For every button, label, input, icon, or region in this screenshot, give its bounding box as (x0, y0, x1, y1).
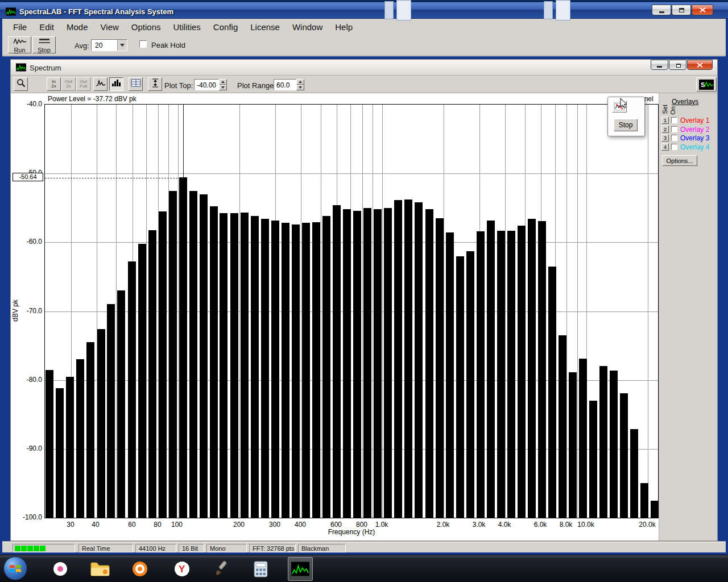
menu-item-mode[interactable]: Mode (60, 22, 94, 32)
x-tick-label: 20.0k (635, 521, 660, 529)
spectrum-chart[interactable] (44, 104, 659, 518)
spectrum-titlebar[interactable]: Spectrum (11, 60, 717, 76)
background-window-fragment (384, 1, 394, 19)
menu-item-edit[interactable]: Edit (33, 22, 60, 32)
taskbar-app-yandex-browser[interactable]: Y (169, 557, 195, 581)
overlay-options-button[interactable]: Options... (662, 155, 697, 166)
taskbar-app-spectralab[interactable] (288, 557, 313, 581)
overlay-2-checkbox[interactable] (671, 126, 677, 132)
spin-up-icon[interactable] (296, 79, 304, 85)
chevron-down-icon[interactable] (117, 40, 127, 51)
spectrum-close-button[interactable] (687, 60, 713, 70)
taskbar-app-messenger[interactable] (48, 557, 73, 581)
overlay-set-2-button[interactable]: 2 (661, 126, 669, 133)
spin-down-icon[interactable] (296, 85, 304, 90)
avg-label: Avg: (75, 41, 89, 50)
taskbar-app-calculator[interactable] (248, 557, 273, 581)
spectrum-minimize-button[interactable] (651, 60, 668, 70)
spectrum-bar (322, 216, 330, 518)
y-tick-label: -100.0 (16, 513, 42, 521)
level-meter-block (15, 546, 20, 551)
spin-down-icon[interactable] (219, 85, 227, 90)
spectrum-bar (477, 231, 485, 518)
close-button[interactable] (692, 5, 713, 15)
data-table-button[interactable] (129, 77, 143, 91)
overlay-set-3-button[interactable]: 3 (661, 134, 669, 142)
spectralab-logo-button[interactable]: S (696, 77, 717, 92)
taskbar-app-image-editor[interactable] (209, 557, 234, 581)
minimize-button[interactable] (652, 5, 671, 15)
menu-item-options[interactable]: Options (125, 22, 167, 32)
status-sample-rate: 44100 Hz (135, 544, 176, 552)
overlay-1-label: Overlay 1 (680, 117, 709, 124)
stop-button[interactable]: Stop (32, 36, 56, 53)
spin-up-icon[interactable] (219, 79, 227, 85)
spectralab-taskbar-icon (291, 561, 309, 577)
stop-label: Stop (38, 47, 51, 53)
run-button[interactable]: Run (8, 36, 31, 53)
spectrum-bar (630, 429, 638, 518)
peak-hold-checkbox[interactable] (139, 40, 147, 48)
maximize-button[interactable] (672, 5, 691, 15)
spectrum-bar (117, 290, 125, 518)
spectrum-restore-button[interactable] (669, 60, 686, 70)
spectrum-bar (76, 359, 84, 518)
zoom-out-full-label: OutFull (80, 80, 87, 89)
spectrum-bar (148, 230, 156, 518)
overlays-set-header: Set (661, 105, 668, 114)
background-window-fragment (396, 0, 411, 20)
power-level-readout: Power Level = -37.72 dBV pk (48, 95, 136, 103)
spectrum-bar (251, 216, 259, 518)
overlay-4-checkbox[interactable] (671, 144, 677, 150)
spectrum-bar (497, 231, 505, 518)
overlay-set-1-button[interactable]: 1 (661, 117, 669, 124)
plot-top-input[interactable]: -40.00 (194, 79, 219, 90)
taskbar-app-mediaplayer[interactable] (127, 557, 152, 581)
menu-item-view[interactable]: View (94, 22, 125, 32)
overlay-row-4: 4Overlay 4 (661, 143, 716, 152)
menu-item-window[interactable]: Window (286, 22, 329, 32)
plot-range-input[interactable]: 60.0 (274, 79, 296, 90)
zoom-out-full-button[interactable]: OutFull (76, 77, 90, 91)
menu-item-utilities[interactable]: Utilities (167, 22, 207, 32)
background-window-fragment (544, 1, 553, 19)
plot-range-spinner[interactable] (296, 79, 304, 90)
spectrum-bar (46, 370, 53, 518)
start-button[interactable] (3, 556, 27, 580)
menu-item-file[interactable]: File (7, 22, 33, 32)
spectrum-bar (589, 401, 597, 518)
titlebar[interactable]: SpectraLAB - FFT Spectral Analysis Syste… (0, 0, 728, 19)
overlay-set-4-button[interactable]: 4 (661, 143, 669, 151)
spectrum-bar (86, 342, 94, 518)
autoscale-vertical-button[interactable] (148, 77, 162, 91)
windows-flag-icon (9, 563, 22, 574)
overlay-3-checkbox[interactable] (671, 135, 677, 141)
x-tick-label: 600 (324, 521, 349, 529)
x-tick-label: 60 (119, 521, 144, 529)
calculator-icon (254, 561, 268, 577)
overlay-3-label: Overlay 3 (680, 134, 709, 142)
zoom-tool-button[interactable] (14, 77, 28, 91)
line-display-button[interactable] (93, 77, 107, 91)
plot-top-spinner[interactable] (219, 79, 227, 90)
level-meter-block (34, 546, 39, 551)
menu-item-help[interactable]: Help (329, 22, 359, 32)
overlays-panel: Overlays Set On 1Overlay 12Overlay 23Ove… (659, 93, 717, 541)
float-stop-button[interactable]: Stop (614, 119, 638, 131)
spectrum-bar (394, 200, 402, 518)
zoom-in-2x-button[interactable]: In2x (47, 77, 61, 91)
menu-item-config[interactable]: Config (207, 22, 244, 32)
overlay-1-checkbox[interactable] (671, 117, 677, 123)
x-tick-label: 4.0k (492, 521, 517, 529)
spectrum-bar (97, 329, 105, 518)
spectrum-bar (353, 211, 361, 518)
spectrum-bar (333, 205, 341, 518)
taskbar-app-explorer[interactable] (88, 557, 113, 581)
run-waveform-icon (13, 37, 27, 47)
avg-select[interactable]: 20 (91, 39, 127, 51)
zoom-out-2x-button[interactable]: Out2x (61, 77, 76, 91)
spectrum-bar (446, 232, 454, 518)
status-channels: Mono (206, 544, 247, 552)
bar-display-button[interactable] (109, 77, 123, 91)
menu-item-license[interactable]: License (244, 22, 286, 32)
